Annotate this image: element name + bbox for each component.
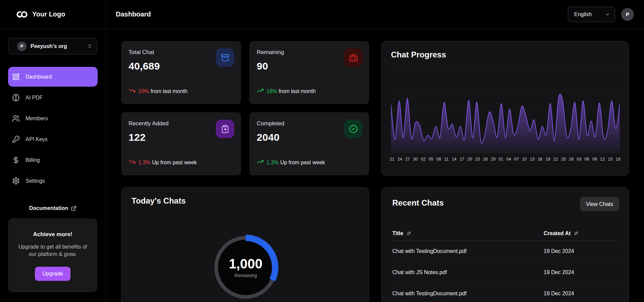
stat-icon-box: [344, 48, 362, 67]
circle-check-icon: [349, 125, 358, 133]
sidebar-item-ai-pdf[interactable]: AI PDF: [8, 88, 98, 107]
language-value: English: [574, 11, 605, 17]
x-axis-tick: 03: [577, 157, 581, 162]
recent-chats-title: Recent Chats: [392, 198, 444, 208]
documentation-link[interactable]: Documentation: [0, 205, 106, 211]
column-created-at: Created At: [544, 230, 571, 236]
sidebar-item-api-keys[interactable]: API Keys: [8, 129, 98, 149]
x-axis-tick: 13: [530, 157, 535, 162]
stat-trend: 1.3% Up from past week: [257, 158, 325, 167]
sidebar-item-label: Settings: [26, 178, 45, 184]
archive-icon: [221, 53, 230, 62]
sidebar-item-label: AI PDF: [26, 95, 43, 101]
org-avatar: P: [17, 42, 27, 51]
logo: Your Logo: [0, 0, 106, 29]
trend-text: Up from past week: [280, 160, 325, 165]
x-axis-tick: 07: [514, 157, 519, 162]
x-axis-tick: 28: [569, 157, 574, 162]
x-axis-tick: 09: [592, 157, 597, 162]
sidebar-item-dashboard[interactable]: Dashboard: [8, 67, 98, 87]
stat-icon-box: [344, 120, 362, 138]
view-chats-button[interactable]: View Chats: [580, 197, 619, 211]
recent-chats-table: Title Created At Chat with TestingDocume…: [392, 226, 619, 302]
x-axis-tick: 20: [467, 157, 472, 162]
chat-title: Chat with TestingDocument.pdf: [392, 291, 466, 297]
todays-chats-card: Today's Chats 1,000 Remaining: [121, 187, 369, 302]
area-chart-svg: [391, 41, 620, 156]
sidebar-item-settings[interactable]: Settings: [8, 171, 98, 191]
x-axis-tick: 01: [499, 157, 503, 162]
x-axis-tick: 06: [585, 157, 589, 162]
stat-icon-box: [216, 120, 234, 138]
stat-card: Completed 2040 1.3% Up from past week: [249, 112, 369, 175]
x-axis-tick: 30: [413, 157, 418, 162]
chain-logo-icon: [16, 10, 28, 19]
x-axis-tick: 16: [538, 157, 542, 162]
trend-text: from last month: [279, 88, 315, 94]
stat-card: Recently Added 122 1.3% Up from past wee…: [121, 112, 241, 175]
table-row[interactable]: Chat with JS Notes.pdf 19 Dec 2024: [392, 262, 619, 283]
trend-value: 1.3%: [266, 160, 279, 165]
chevrons-up-down-icon: [87, 44, 92, 49]
stat-trend: 18% from last month: [257, 87, 316, 95]
x-axis-tick: 04: [506, 157, 511, 162]
trend-arrow: [257, 87, 264, 95]
sidebar-item-label: Members: [26, 116, 48, 122]
upgrade-button[interactable]: Upgrade: [35, 267, 70, 281]
donut-center: 1,000 Remaining: [212, 256, 279, 278]
table-header: Title Created At: [392, 226, 619, 241]
header-right: English P: [568, 7, 634, 22]
area-chart: [391, 41, 620, 156]
chat-title: Chat with TestingDocument.pdf: [392, 248, 466, 254]
chat-progress-card: Chat Progress 21242730020508111417202326…: [381, 41, 629, 176]
sort-icon[interactable]: [574, 231, 578, 235]
language-select[interactable]: English: [568, 7, 615, 22]
table-row[interactable]: Chat with TestingDocument.pdf 19 Dec 202…: [392, 283, 619, 302]
sidebar-item-billing[interactable]: Billing: [8, 150, 98, 170]
page-title: Dashboard: [116, 10, 151, 18]
dollar-icon: [12, 156, 20, 164]
x-axis-tick: 17: [459, 157, 464, 162]
sidebar-item-members[interactable]: Members: [8, 109, 98, 128]
trend-arrow: [257, 158, 264, 167]
stat-card: Total Chat 40,689 10% from last month: [121, 41, 241, 104]
key-icon: [12, 135, 20, 143]
x-axis-tick: 05: [429, 157, 433, 162]
clipboard-import-icon: [221, 125, 230, 133]
trending-up-icon: [257, 158, 264, 165]
column-title: Title: [392, 230, 403, 236]
x-axis-tick: 10: [522, 157, 527, 162]
x-axis-tick: 11: [444, 157, 449, 162]
chat-created-at: 19 Dec 2024: [544, 248, 574, 254]
users-icon: [12, 115, 20, 122]
x-axis-tick: 23: [475, 157, 480, 162]
external-link-icon: [71, 206, 77, 211]
trend-value: 10%: [138, 88, 149, 94]
user-avatar[interactable]: P: [621, 8, 634, 21]
chat-title: Chat with JS Notes.pdf: [392, 269, 447, 275]
x-axis-tick: 22: [553, 157, 558, 162]
sort-icon[interactable]: [407, 231, 411, 235]
chevron-down-icon: [605, 12, 610, 17]
sidebar-nav: Dashboard AI PDF Members API Keys Billin…: [0, 67, 106, 191]
x-axis-tick: 25: [561, 157, 566, 162]
gear-icon: [12, 177, 20, 185]
table-row[interactable]: Chat with TestingDocument.pdf 19 Dec 202…: [392, 241, 619, 262]
trend-arrow: [129, 87, 136, 95]
stat-trend: 10% from last month: [129, 87, 188, 95]
x-axis-tick: 29: [491, 157, 496, 162]
x-axis-tick: 12: [600, 157, 605, 162]
trending-up-icon: [257, 87, 264, 94]
x-axis-tick: 15: [608, 157, 613, 162]
x-axis-labels: 2124273002050811141720232629010407101316…: [390, 157, 621, 162]
briefcase-icon: [349, 53, 358, 62]
org-switcher[interactable]: P Peeyush's org: [8, 38, 97, 54]
x-axis-tick: 21: [390, 157, 394, 162]
recent-chats-card: Recent Chats View Chats Title Created At…: [381, 187, 629, 302]
x-axis-tick: 19: [545, 157, 550, 162]
x-axis-tick: 18: [616, 157, 621, 162]
stat-trend: 1.3% Up from past week: [129, 158, 197, 167]
trend-value: 18%: [266, 88, 277, 94]
org-name: Peeyush's org: [31, 43, 83, 49]
upgrade-card: Achieve more! Upgrade to get all benefit…: [8, 218, 97, 292]
